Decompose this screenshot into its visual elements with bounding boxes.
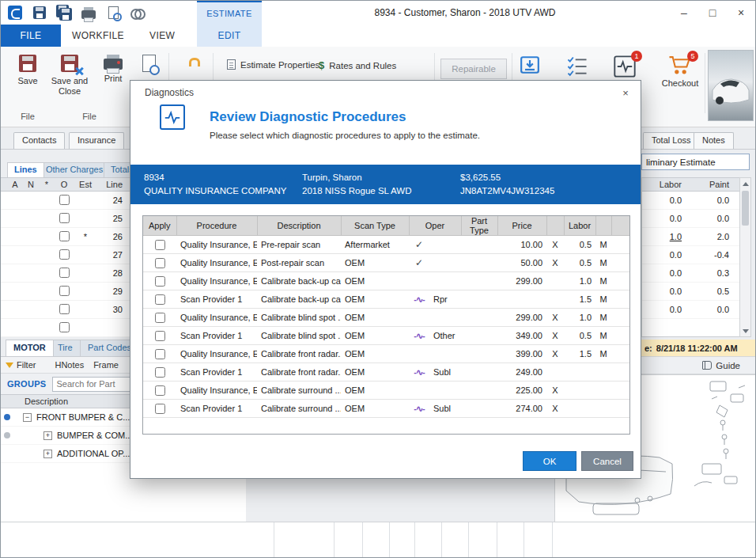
checkout-button[interactable]: 5 Checkout [656,55,705,89]
tree-expander[interactable]: + [43,431,52,440]
apply-checkbox[interactable] [155,240,165,250]
procedure-row[interactable]: Quality Insurance, E... Calibrate surrou… [143,381,629,400]
labor-paint-row[interactable]: 0.0 0.5 [642,283,739,301]
line-checkbox[interactable] [59,195,70,205]
procedure-row[interactable]: Scan Provider 1 Calibrate surround ... O… [143,400,629,418]
column-header-scan-type[interactable]: Scan Type [341,216,409,236]
minimize-button[interactable]: – [670,1,698,25]
rates-and-rules-button[interactable]: $ Rates and Rules [319,59,396,71]
save-and-close-label: Save and Close [51,76,88,96]
checklist-button[interactable] [565,55,589,81]
estimate-properties-button[interactable]: Estimate Properties [227,59,319,70]
procedure-row[interactable]: Scan Provider 1 Calibrate front radar...… [143,363,629,381]
procedure-row[interactable]: Quality Insurance, E... Pre-repair scan … [143,236,629,254]
print-preview-icon[interactable] [104,3,123,22]
column-header-price[interactable]: Price [497,216,546,236]
import-button[interactable] [520,55,540,78]
tab-tire[interactable]: Tire [50,340,81,356]
guide-label[interactable]: Guide [716,361,740,370]
column-header-est[interactable]: Est [74,180,97,189]
scrollbar-thumb[interactable] [742,191,749,226]
vehicle-photo[interactable] [708,50,754,121]
apply-checkbox[interactable] [155,331,165,341]
hnotes-button[interactable]: HNotes [55,360,84,370]
menu-file[interactable]: FILE [1,25,61,47]
vertical-scrollbar[interactable] [739,177,751,337]
tab-insurance[interactable]: Insurance [69,132,124,149]
line-checkbox[interactable] [59,231,70,241]
column-header-o[interactable]: O [55,180,74,189]
diagnostics-button[interactable]: 1 [613,55,637,81]
apply-checkbox[interactable] [155,349,165,359]
dialog-close-button[interactable]: × [617,85,634,101]
column-header-paint[interactable]: Paint [688,180,737,189]
apply-checkbox[interactable] [155,385,165,396]
line-checkbox[interactable] [59,268,70,278]
app-icon[interactable] [6,3,25,22]
save-all-icon[interactable] [55,3,74,22]
labor-paint-row[interactable]: 0.0 0.0 [642,210,739,228]
save-and-close-button[interactable]: Save and Close [47,55,93,97]
apply-checkbox[interactable] [155,367,165,378]
scroll-up-button[interactable] [740,178,750,189]
procedure-row[interactable]: Scan Provider 1 Calibrate blind spot ...… [143,327,629,345]
column-header-star[interactable]: * [39,180,55,189]
column-header-oper[interactable]: Oper [409,216,461,236]
column-header-labor[interactable]: Labor [564,216,595,236]
procedure-row[interactable]: Quality Insurance, E... Calibrate front … [143,345,629,363]
tree-expander[interactable]: + [43,450,52,458]
line-checkbox[interactable] [59,304,70,314]
line-checkbox[interactable] [59,286,70,296]
column-header-apply[interactable]: Apply [143,216,176,236]
estimate-version-select[interactable]: liminary Estimate [641,154,750,170]
procedure-row[interactable]: Scan Provider 1 Calibrate back-up ca... … [143,290,629,309]
print-icon[interactable] [79,3,98,22]
tree-expander[interactable]: − [23,413,32,422]
save-button[interactable]: Save [10,55,45,86]
column-header-a[interactable]: A [7,180,23,189]
save-icon[interactable] [30,3,49,22]
menu-workfile[interactable]: WORKFILE [72,25,124,47]
procedure-row[interactable]: Quality Insurance, E... Post-repair scan… [143,254,629,272]
print-preview-button[interactable] [134,55,164,76]
tab-estimate[interactable]: ESTIMATE [197,1,262,25]
close-button[interactable]: × [727,1,755,25]
frame-button[interactable]: Frame [93,360,128,370]
scroll-down-button[interactable] [740,325,750,336]
column-header-description[interactable]: Description [257,216,341,236]
apply-checkbox[interactable] [155,258,165,268]
labor-paint-row[interactable]: 0.0 0.0 [642,301,739,319]
menu-view[interactable]: VIEW [149,25,175,47]
print-button[interactable]: Print [96,55,130,84]
tab-notes[interactable]: Notes [694,132,734,149]
labor-paint-row[interactable]: 0.0 0.0 [642,192,739,210]
tab-motor[interactable]: MOTOR [6,340,54,356]
labor-paint-row[interactable]: 0.0 -0.4 [642,246,739,264]
filter-button[interactable]: Filter [6,360,45,370]
column-header-procedure[interactable]: Procedure [176,216,257,236]
maximize-button[interactable]: □ [698,1,727,25]
tab-lines[interactable]: Lines [7,162,44,177]
procedure-row[interactable]: Quality Insurance, E... Calibrate blind … [143,309,629,327]
column-header-n[interactable]: N [23,180,39,189]
apply-checkbox[interactable] [155,276,165,287]
tab-total-loss[interactable]: Total Loss [643,132,700,149]
line-checkbox[interactable] [59,249,70,260]
apply-checkbox[interactable] [155,404,165,414]
labor-paint-row[interactable]: 1.0 2.0 [642,228,739,246]
column-header-line[interactable]: Line [97,180,127,189]
column-header-part-type[interactable]: Part Type [461,216,497,236]
link-icon[interactable] [128,3,147,22]
procedure-row[interactable]: Quality Insurance, E... Calibrate back-u… [143,272,629,290]
apply-checkbox[interactable] [155,294,165,305]
ok-button[interactable]: OK [523,451,576,471]
column-header-labor[interactable]: Labor [642,180,688,189]
tab-other-charges[interactable]: Other Charges [39,162,110,177]
cancel-button[interactable]: Cancel [581,451,633,471]
line-checkbox[interactable] [59,322,70,332]
tab-contacts[interactable]: Contacts [13,132,65,149]
labor-paint-row[interactable]: 0.0 0.3 [642,264,739,283]
line-checkbox[interactable] [59,213,70,223]
apply-checkbox[interactable] [155,313,165,323]
menu-edit[interactable]: EDIT [197,25,262,47]
